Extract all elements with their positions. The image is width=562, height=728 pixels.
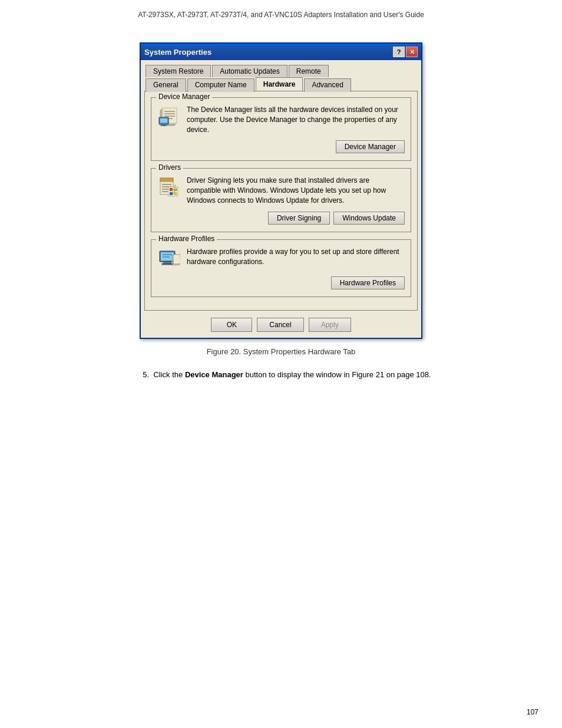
driver-signing-button[interactable]: Driver Signing <box>268 212 330 225</box>
tab-hardware[interactable]: Hardware <box>256 77 303 91</box>
cancel-button[interactable]: Cancel <box>257 318 303 332</box>
hardware-profiles-description: Hardware profiles provide a way for you … <box>187 248 399 266</box>
drivers-section: Drivers <box>151 168 411 232</box>
tab-general[interactable]: General <box>146 78 186 92</box>
close-button[interactable]: ✕ <box>406 47 418 57</box>
tabs-container: System Restore Automatic Updates Remote … <box>141 60 421 91</box>
page-number: 107 <box>527 708 538 716</box>
hardware-profiles-label: Hardware Profiles <box>156 235 217 243</box>
svg-rect-9 <box>162 124 166 126</box>
svg-rect-20 <box>170 192 173 195</box>
device-manager-label: Device Manager <box>156 93 212 101</box>
dialog-content: Device Manager <box>144 91 418 311</box>
svg-rect-10 <box>161 126 167 126</box>
tab-system-restore[interactable]: System Restore <box>146 65 211 77</box>
main-text: 5. Click the Device Manager button to di… <box>95 369 466 381</box>
device-manager-text: The Device Manager lists all the hardwar… <box>187 105 405 134</box>
device-mgr-icon-svg <box>158 106 180 128</box>
hardware-profiles-buttons: Hardware Profiles <box>157 276 405 289</box>
help-button[interactable]: ? <box>393 47 405 57</box>
tab-computer-name[interactable]: Computer Name <box>187 78 254 92</box>
drivers-icon-svg <box>158 176 180 199</box>
system-properties-dialog: System Properties ? ✕ System Restore Aut… <box>140 42 422 339</box>
svg-rect-18 <box>170 188 173 191</box>
dialog-title: System Properties <box>144 48 211 57</box>
windows-update-button[interactable]: Windows Update <box>333 212 405 225</box>
hardware-profiles-button[interactable]: Hardware Profiles <box>331 276 405 289</box>
svg-rect-28 <box>162 263 173 265</box>
text-after: button to display the window in Figure 2… <box>243 370 431 379</box>
device-manager-section: Device Manager <box>151 97 411 161</box>
drivers-text: Driver Signing lets you make sure that i… <box>187 176 405 205</box>
device-manager-button[interactable]: Device Manager <box>336 140 405 153</box>
dialog-titlebar: System Properties ? ✕ <box>141 44 421 60</box>
device-manager-buttons: Device Manager <box>157 140 405 153</box>
svg-rect-21 <box>174 192 177 195</box>
header-title: AT-2973SX, AT-2973T, AT-2973T/4, and AT-… <box>138 11 424 19</box>
device-manager-description: The Device Manager lists all the hardwar… <box>187 106 398 134</box>
apply-button[interactable]: Apply <box>309 318 351 332</box>
drivers-label: Drivers <box>156 163 183 172</box>
tab-advanced[interactable]: Advanced <box>304 78 351 92</box>
drivers-description: Driver Signing lets you make sure that i… <box>187 176 386 205</box>
ok-button[interactable]: OK <box>211 318 252 332</box>
svg-rect-27 <box>164 262 171 263</box>
device-manager-icon <box>157 105 181 129</box>
svg-rect-8 <box>160 118 167 123</box>
hw-profiles-icon-svg <box>158 248 180 270</box>
svg-rect-30 <box>173 254 180 263</box>
dialog-controls: ? ✕ <box>393 47 418 57</box>
tab-row-2: General Computer Name Hardware Advanced <box>146 77 416 91</box>
dialog-footer: OK Cancel Apply <box>141 314 421 338</box>
tab-automatic-updates[interactable]: Automatic Updates <box>212 65 287 77</box>
svg-rect-12 <box>160 178 173 182</box>
drivers-buttons: Driver Signing Windows Update <box>157 212 405 225</box>
figure-caption: Figure 20. System Properties Hardware Ta… <box>207 347 356 356</box>
step-number: 5. <box>143 370 149 379</box>
hardware-profiles-body: Hardware profiles provide a way for you … <box>157 247 405 271</box>
device-manager-body: The Device Manager lists all the hardwar… <box>157 105 405 134</box>
tab-remote[interactable]: Remote <box>289 65 329 77</box>
text-normal: Click the <box>153 370 184 379</box>
page-header: AT-2973SX, AT-2973T, AT-2973T/4, and AT-… <box>0 0 562 25</box>
page-container: System Properties ? ✕ System Restore Aut… <box>0 25 562 381</box>
drivers-body: Driver Signing lets you make sure that i… <box>157 176 405 205</box>
drivers-icon <box>157 176 181 199</box>
hardware-profiles-text: Hardware profiles provide a way for you … <box>187 247 405 267</box>
hardware-profiles-section: Hardware Profiles <box>151 239 411 297</box>
text-bold: Device Manager <box>185 370 243 379</box>
tab-row-1: System Restore Automatic Updates Remote <box>146 64 416 76</box>
hardware-profiles-icon <box>157 247 181 271</box>
